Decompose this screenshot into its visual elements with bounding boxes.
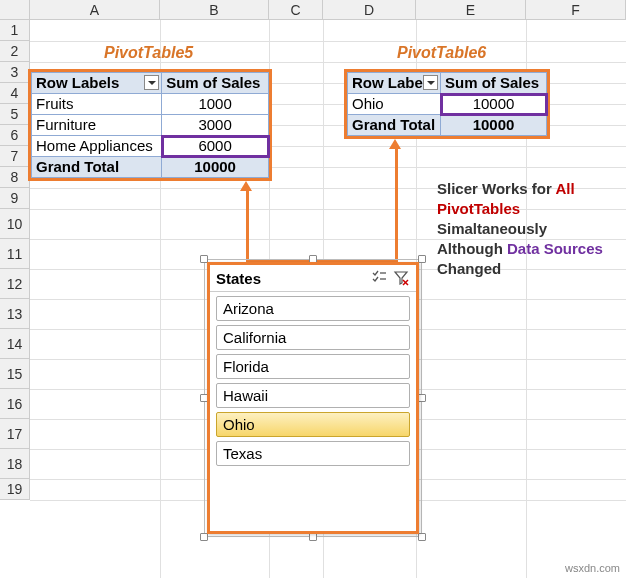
grand-total-row: Grand Total10000 xyxy=(348,115,547,136)
row-header[interactable]: 13 xyxy=(0,299,30,329)
multiselect-icon[interactable] xyxy=(370,269,388,287)
slicer-item[interactable]: Hawaii xyxy=(216,383,410,408)
pivot6-title: PivotTable6 xyxy=(397,44,486,62)
clear-filter-icon[interactable] xyxy=(392,269,410,287)
row-header[interactable]: 2 xyxy=(0,41,30,62)
column-header[interactable]: C xyxy=(269,0,323,20)
row-header[interactable]: 4 xyxy=(0,83,30,104)
row-header[interactable]: 3 xyxy=(0,62,30,83)
column-header[interactable]: A xyxy=(30,0,160,20)
table-row[interactable]: Furniture3000 xyxy=(32,115,269,136)
filter-dropdown-icon[interactable] xyxy=(144,75,159,90)
arrow-up-icon xyxy=(389,139,401,149)
slicer-title: States xyxy=(216,270,366,287)
row-header[interactable]: 7 xyxy=(0,146,30,167)
row-header[interactable]: 16 xyxy=(0,389,30,419)
table-row[interactable]: Fruits1000 xyxy=(32,94,269,115)
row-header[interactable]: 1 xyxy=(0,20,30,41)
row-header[interactable]: 6 xyxy=(0,125,30,146)
slicer-item[interactable]: Arizona xyxy=(216,296,410,321)
row-header[interactable]: 5 xyxy=(0,104,30,125)
arrow-up-icon xyxy=(240,181,252,191)
resize-handle[interactable] xyxy=(200,533,208,541)
connector-line xyxy=(395,148,398,263)
watermark: wsxdn.com xyxy=(565,562,620,574)
slicer-item[interactable]: Texas xyxy=(216,441,410,466)
pivot5-rowlabels-header[interactable]: Row Labels xyxy=(32,73,162,94)
column-header[interactable]: D xyxy=(323,0,416,20)
connector-line xyxy=(246,190,249,262)
row-header[interactable]: 19 xyxy=(0,479,30,500)
slicer-states[interactable]: States ArizonaCaliforniaFloridaHawaiiOhi… xyxy=(207,262,419,534)
slicer-item[interactable]: Florida xyxy=(216,354,410,379)
pivot6-rowlabels-header[interactable]: Row Labels xyxy=(348,73,441,94)
pivot6-sum-header: Sum of Sales xyxy=(441,73,547,94)
resize-handle[interactable] xyxy=(418,255,426,263)
row-header[interactable]: 14 xyxy=(0,329,30,359)
pivot-table-5: Row Labels Sum of Sales Fruits1000 Furni… xyxy=(28,69,272,181)
filter-dropdown-icon[interactable] xyxy=(423,75,438,90)
row-header[interactable]: 8 xyxy=(0,167,30,188)
row-header[interactable]: 18 xyxy=(0,449,30,479)
slicer-body: ArizonaCaliforniaFloridaHawaiiOhioTexas xyxy=(210,292,416,474)
slicer-header[interactable]: States xyxy=(210,265,416,292)
pivot5-title: PivotTable5 xyxy=(104,44,193,62)
grand-total-row: Grand Total10000 xyxy=(32,157,269,178)
pivot-table-6: Row Labels Sum of Sales Ohio10000 Grand … xyxy=(344,69,550,139)
row-header[interactable]: 9 xyxy=(0,188,30,209)
column-header[interactable]: E xyxy=(416,0,526,20)
table-row[interactable]: Ohio10000 xyxy=(348,94,547,115)
column-header[interactable]: B xyxy=(160,0,269,20)
pivot5-sum-header: Sum of Sales xyxy=(162,73,269,94)
slicer-item[interactable]: California xyxy=(216,325,410,350)
annotation-text: Slicer Works for All PivotTables Simalta… xyxy=(437,179,612,279)
select-all-corner[interactable] xyxy=(0,0,30,20)
slicer-item[interactable]: Ohio xyxy=(216,412,410,437)
table-row[interactable]: Home Appliances6000 xyxy=(32,136,269,157)
row-header[interactable]: 15 xyxy=(0,359,30,389)
row-headers: 12345678910111213141516171819 xyxy=(0,20,30,500)
column-headers: ABCDEF xyxy=(30,0,626,20)
resize-handle[interactable] xyxy=(309,533,317,541)
row-header[interactable]: 17 xyxy=(0,419,30,449)
row-header[interactable]: 12 xyxy=(0,269,30,299)
resize-handle[interactable] xyxy=(418,394,426,402)
resize-handle[interactable] xyxy=(418,533,426,541)
column-header[interactable]: F xyxy=(526,0,626,20)
row-header[interactable]: 11 xyxy=(0,239,30,269)
row-header[interactable]: 10 xyxy=(0,209,30,239)
